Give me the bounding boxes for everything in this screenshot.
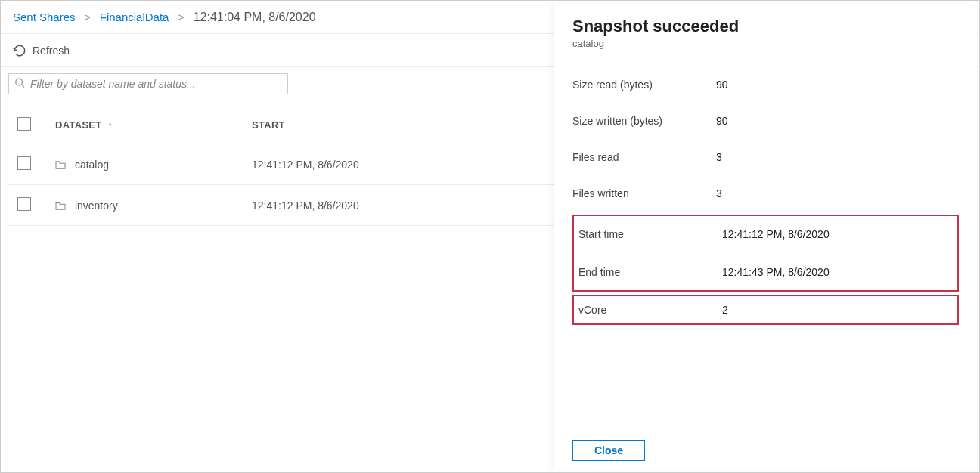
kv-files-written: Files written 3 xyxy=(572,175,959,212)
value-files-read: 3 xyxy=(716,151,722,163)
row-checkbox[interactable] xyxy=(17,156,31,170)
filter-wrap xyxy=(8,73,288,94)
details-panel: Snapshot succeeded catalog Size read (by… xyxy=(554,3,977,470)
kv-size-written: Size written (bytes) 90 xyxy=(572,103,959,139)
value-end-time: 12:41:43 PM, 8/6/2020 xyxy=(722,266,830,278)
breadcrumb-link-financial-data[interactable]: FinancialData xyxy=(100,11,169,23)
dataset-name: catalog xyxy=(75,159,109,171)
label-size-written: Size written (bytes) xyxy=(572,115,716,127)
folder-icon xyxy=(55,159,66,168)
kv-files-read: Files read 3 xyxy=(572,139,959,175)
breadcrumb-separator: > xyxy=(178,11,184,23)
panel-title: Snapshot succeeded xyxy=(572,17,959,36)
label-start-time: Start time xyxy=(578,228,722,240)
panel-footer: Close xyxy=(554,431,977,470)
select-all-checkbox[interactable] xyxy=(17,117,31,131)
value-start-time: 12:41:12 PM, 8/6/2020 xyxy=(722,228,830,240)
kv-size-read: Size read (bytes) 90 xyxy=(572,66,959,103)
header-dataset-label: DATASET xyxy=(55,119,102,131)
breadcrumb-link-sent-shares[interactable]: Sent Shares xyxy=(13,11,76,23)
refresh-button[interactable]: Refresh xyxy=(13,44,70,57)
refresh-icon xyxy=(13,44,26,57)
panel-body: Size read (bytes) 90 Size written (bytes… xyxy=(554,57,977,431)
sort-asc-icon: ↑ xyxy=(107,120,112,131)
value-files-written: 3 xyxy=(716,187,722,199)
panel-header: Snapshot succeeded catalog xyxy=(554,3,977,57)
breadcrumb-separator: > xyxy=(85,11,91,23)
highlight-time-box: Start time 12:41:12 PM, 8/6/2020 End tim… xyxy=(572,215,959,292)
refresh-label: Refresh xyxy=(33,45,70,57)
header-dataset[interactable]: DATASET ↑ xyxy=(46,107,243,144)
breadcrumb-current: 12:41:04 PM, 8/6/2020 xyxy=(194,11,316,24)
header-checkbox-col xyxy=(8,107,46,144)
panel-subtitle: catalog xyxy=(572,38,959,49)
label-vcore: vCore xyxy=(578,304,722,316)
kv-start-time: Start time 12:41:12 PM, 8/6/2020 xyxy=(574,216,957,252)
kv-vcore: vCore 2 xyxy=(574,296,957,323)
value-size-read: 90 xyxy=(716,79,728,91)
svg-line-1 xyxy=(22,85,25,88)
filter-input[interactable] xyxy=(8,73,288,94)
close-button[interactable]: Close xyxy=(572,440,645,461)
value-vcore: 2 xyxy=(722,304,728,316)
label-end-time: End time xyxy=(578,266,722,278)
svg-point-0 xyxy=(16,79,23,85)
value-size-written: 90 xyxy=(716,115,728,127)
label-files-read: Files read xyxy=(572,151,716,163)
highlight-vcore-box: vCore 2 xyxy=(572,295,959,325)
folder-icon xyxy=(55,200,66,209)
label-files-written: Files written xyxy=(572,187,716,199)
row-checkbox[interactable] xyxy=(17,197,31,211)
label-size-read: Size read (bytes) xyxy=(572,79,716,91)
search-icon xyxy=(14,78,25,91)
dataset-name: inventory xyxy=(75,199,118,212)
kv-end-time: End time 12:41:43 PM, 8/6/2020 xyxy=(574,252,957,290)
